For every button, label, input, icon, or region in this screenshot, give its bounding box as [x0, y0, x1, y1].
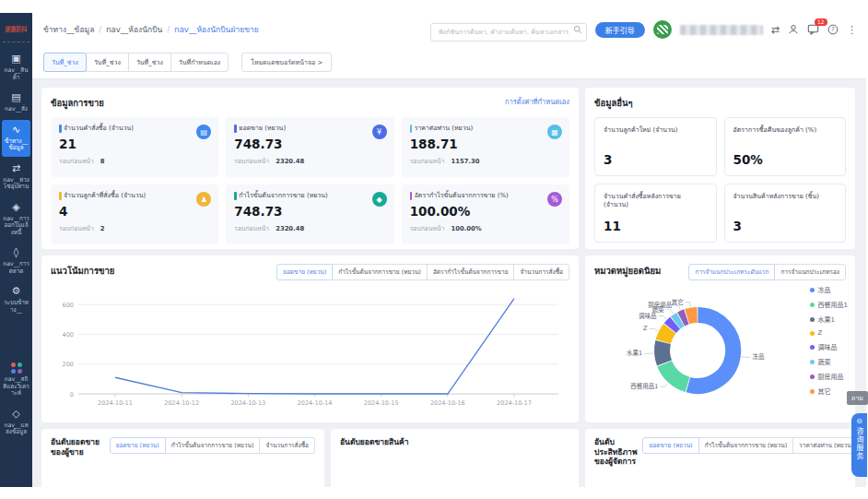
product-rank-title: อันดับยอดขายสินค้า [340, 437, 408, 447]
header: ข้าทาง__ข้อมูล / nav__ห้องนักบิน / nav__… [32, 13, 866, 79]
manager-rank-tab-2[interactable]: ราคาต่อท่าน (หยวน) [792, 437, 855, 454]
donut-slice-Z [663, 328, 670, 341]
donut-slice-厨房用品 [681, 316, 686, 319]
search-input[interactable] [430, 23, 587, 42]
stat-card-4: กำไรขั้นต้นจากการขาย (หยวน)748.73รอบก่อน… [226, 184, 393, 244]
avatar[interactable] [653, 20, 672, 39]
breadcrumb-cockpit[interactable]: nav__ห้องนักบิน [106, 23, 162, 36]
breadcrumb: ข้าทาง__ข้อมูล / nav__ห้องนักบิน / nav__… [43, 23, 259, 36]
contacts-icon[interactable] [788, 24, 799, 35]
stat-card-previous: รอบก่อนหน้า100.00% [410, 223, 561, 233]
date-tab-1[interactable]: วันที่_ช่วง [86, 53, 129, 72]
other-card-title: จำนวนคำสั่งซื้อหลังการขาย (จำนวน) [604, 193, 708, 209]
custom-settings-link[interactable]: การตั้งค่าที่กำหนดเอง [505, 96, 569, 107]
messages-icon[interactable]: 12 [807, 24, 819, 35]
ask-floating-tab[interactable]: ถาม [847, 391, 868, 405]
trend-tab-2[interactable]: อัตรากำไรขั้นต้นจากการขาย [427, 264, 515, 280]
tag-icon: ◊ [14, 247, 18, 258]
stat-card-value: 4 [59, 204, 210, 219]
legend-label: 蔬菜 [818, 357, 831, 366]
gear-icon: ⚙ [12, 286, 21, 297]
sidebar-item-8[interactable]: ◇nav__แหล่งข้อมูล [2, 404, 30, 441]
chart-icon: ∿ [12, 125, 20, 136]
product-sales-rank-panel: อันดับยอดขายสินค้า [331, 429, 579, 487]
legend-item-调味品[interactable]: 调味品 [810, 342, 848, 351]
sidebar-item-5[interactable]: ◊nav__การตลาด [2, 243, 30, 279]
beginner-guide-button[interactable]: 新手引导 [595, 22, 645, 38]
breadcrumb-root[interactable]: ข้าทาง__ข้อมูล [43, 23, 94, 36]
customer-service-floating-button[interactable]: ⊖ 咨询服务 [851, 413, 867, 477]
manager-rank-tab-1[interactable]: กำไรขั้นต้นจากการขาย (หยวน) [698, 437, 794, 454]
legend-label: 其它 [818, 386, 831, 396]
trend-tab-3[interactable]: จำนวนการสั่งซื้อ [513, 264, 569, 280]
gross-profit-icon: ◆ [372, 192, 387, 207]
trend-tab-0[interactable]: ยอดขาย (หยวน) [276, 264, 333, 280]
other-card-value: 3 [604, 152, 708, 167]
content: ข้อมูลการขาย การตั้งค่าที่กำหนดเอง จำนวน… [32, 79, 866, 487]
date-tab-3[interactable]: วันที่กำหนดเอง [170, 53, 229, 72]
sidebar-nav: ▣nav__สินค้า▤nav__สั่ง∿ข้าทาง__ข้อมูล⇄na… [0, 48, 32, 442]
help-icon[interactable]: ? [827, 24, 839, 35]
legend-item-冻品[interactable]: 冻品 [810, 285, 848, 294]
other-card-2: จำนวนคำสั่งซื้อหลังการขาย (จำนวน)11 [594, 184, 717, 243]
seller-rank-tab-1[interactable]: กำไรขั้นต้นจากการขาย (หยวน) [165, 437, 261, 454]
legend-item-Z[interactable]: Z [810, 329, 848, 337]
sidebar-item-label: nav__สถิติและวิเคราะห์ [3, 375, 29, 397]
sidebar-item-1[interactable]: ▤nav__สั่ง [2, 88, 30, 118]
donut-slice-冻品 [688, 315, 733, 386]
legend-item-水果1[interactable]: 水果1 [810, 315, 848, 324]
svg-text:其它: 其它 [672, 298, 684, 306]
top-categories-panel: หมวดหมู่ยอดนิยม การจำแนกประเภทระดับแรกกา… [585, 255, 855, 422]
svg-text:2024-10-12: 2024-10-12 [164, 399, 199, 407]
stat-card-value: 188.71 [410, 137, 561, 151]
other-cards: จำนวนลูกค้าใหม่ (จำนวน)3อัตราการซื้อคืนข… [594, 117, 846, 243]
stat-card-previous: รอบก่อนหน้า2320.48 [234, 223, 385, 233]
legend-item-厨房用品[interactable]: 厨房用品 [810, 372, 848, 381]
category-tab-0[interactable]: การจำแนกประเภทระดับแรก [688, 264, 775, 280]
order-icon: ▤ [11, 92, 20, 103]
other-card-value: 3 [733, 219, 838, 233]
sidebar-item-7[interactable]: nav__สถิติและวิเคราะห์ [2, 358, 30, 402]
sales-panel-title: ข้อมูลการขาย [51, 96, 104, 110]
sidebar-item-2[interactable]: ∿ข้าทาง__ข้อมูล [2, 120, 30, 157]
svg-text:0: 0 [70, 391, 74, 398]
seller-sales-rank-panel: อันดับยอดขายของผู้ขาย ยอดขาย (หยวน)กำไรข… [41, 429, 324, 487]
legend-item-其它[interactable]: 其它 [810, 386, 848, 396]
legend-item-蔬菜[interactable]: 蔬菜 [810, 357, 848, 366]
trend-tab-1[interactable]: กำไรขั้นต้นจากการขาย (หยวน) [332, 264, 428, 280]
svg-text:2024-10-16: 2024-10-16 [430, 399, 465, 407]
seller-rank-tab-2[interactable]: จำนวนการสั่งซื้อ [259, 437, 315, 454]
donut-slice-调味品 [670, 323, 674, 327]
more-menu-icon[interactable]: ⋮ [847, 25, 857, 35]
sidebar-item-6[interactable]: ⚙ระบบข้าทาง__ [2, 281, 30, 318]
donut-slice-水果1 [663, 342, 664, 363]
other-card-value: 11 [604, 219, 708, 233]
category-tab-1[interactable]: การจำแนกประเภทรอง [774, 264, 846, 280]
stat-card-1: ยอดขาย (หยวน)748.73รอบก่อนหน้า2320.48¥ [226, 117, 393, 177]
sidebar-item-4[interactable]: ◈nav__การออกใบแจ้งหนี้ [2, 197, 30, 242]
date-tab-0[interactable]: วันที่_ช่วง [43, 53, 87, 72]
svg-text:2024-10-15: 2024-10-15 [364, 399, 399, 407]
stat-card-previous: รอบก่อนหน้า8 [59, 156, 210, 166]
svg-text:西餐用品1: 西餐用品1 [630, 382, 658, 390]
legend-item-西餐用品1[interactable]: 西餐用品1 [810, 300, 848, 309]
sidebar-item-0[interactable]: ▣nav__สินค้า [2, 49, 30, 86]
breadcrumb-current[interactable]: nav__ห้องนักบินฝ่ายขาย [174, 23, 258, 36]
date-tab-2[interactable]: วันที่_ช่วง [128, 53, 171, 72]
sidebar-item-label: nav__สินค้า [3, 66, 29, 80]
seller-rank-tab-0[interactable]: ยอดขาย (หยวน) [110, 437, 166, 454]
other-card-title: จำนวนลูกค้าใหม่ (จำนวน) [604, 126, 708, 135]
other-card-3: จำนวนสินค้าหลังการขาย (ชิ้น)3 [724, 184, 847, 243]
seller-rank-title: อันดับยอดขายของผู้ขาย [51, 437, 104, 457]
sidebar-item-3[interactable]: ⇄nav__ห่วงโซ่อุปทาน [2, 159, 30, 196]
stat-card-3: จำนวนลูกค้าที่สั่งซื้อ (จำนวน)4รอบก่อนหน… [51, 184, 218, 244]
stat-card-title: ราคาต่อท่าน (หยวน) [410, 125, 530, 133]
switch-account-icon[interactable]: ⇄ [771, 25, 780, 35]
donut-slice-其它 [687, 315, 698, 317]
date-range-tabs: วันที่_ช่วงวันที่_ช่วงวันที่_ช่วงวันที่ก… [43, 53, 229, 72]
app-window: 逐意防抖 ▣nav__สินค้า▤nav__สั่ง∿ข้าทาง__ข้อม… [0, 13, 866, 487]
stats-dots-icon [11, 362, 22, 374]
svg-text:2024-10-11: 2024-10-11 [98, 399, 133, 407]
screen-mode-button[interactable]: โหมดแดชบอร์ดหน้าจอ > [241, 53, 332, 72]
manager-rank-tab-0[interactable]: ยอดขาย (หยวน) [642, 437, 698, 454]
